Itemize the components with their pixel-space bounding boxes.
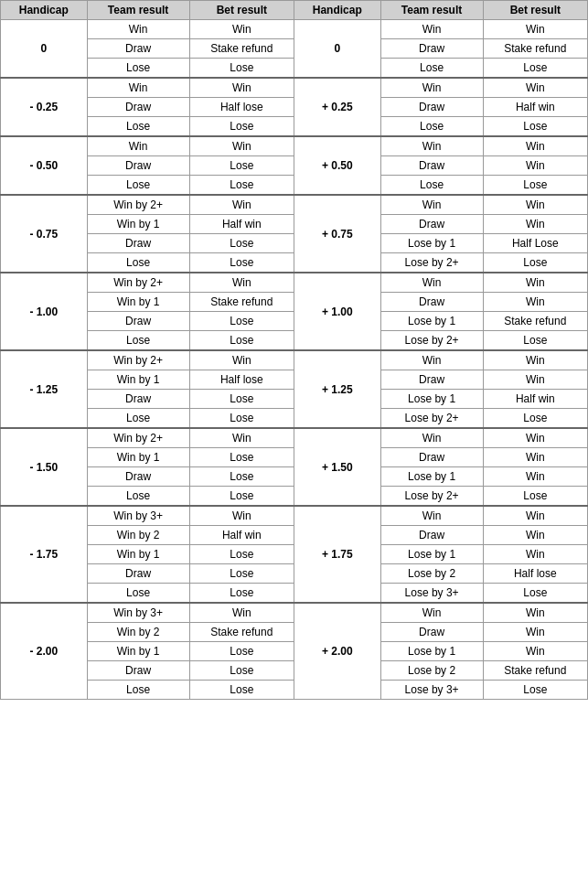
right-team-result: Win <box>380 20 483 39</box>
column-header: Handicap <box>294 1 380 20</box>
left-team-result: Win <box>87 78 189 98</box>
right-handicap: + 0.25 <box>294 78 380 136</box>
right-team-result: Lose <box>380 59 483 79</box>
left-bet-result: Win <box>189 428 294 448</box>
left-team-result: Draw <box>87 390 189 409</box>
left-team-result: Draw <box>87 234 189 253</box>
left-bet-result: Lose <box>189 487 294 507</box>
left-team-result: Lose <box>87 584 189 604</box>
left-handicap: - 2.00 <box>1 603 88 700</box>
right-bet-result: Half lose <box>483 564 587 584</box>
right-bet-result: Stake refund <box>483 39 587 59</box>
right-team-result: Lose by 2 <box>380 564 483 584</box>
right-bet-result: Stake refund <box>483 661 587 681</box>
left-team-result: Draw <box>87 564 189 584</box>
right-handicap: + 1.25 <box>294 350 380 428</box>
left-team-result: Win by 3+ <box>87 506 189 526</box>
left-bet-result: Lose <box>189 467 294 487</box>
left-bet-result: Lose <box>189 312 294 331</box>
right-team-result: Draw <box>380 39 483 59</box>
left-bet-result: Win <box>189 603 294 623</box>
left-team-result: Win by 2+ <box>87 350 189 370</box>
right-bet-result: Lose <box>483 331 587 351</box>
right-bet-result: Win <box>483 136 587 156</box>
right-team-result: Lose <box>380 117 483 137</box>
table-row: - 1.50Win by 2+Win+ 1.50WinWin <box>1 428 588 448</box>
left-team-result: Win by 2 <box>87 526 189 545</box>
left-handicap: 0 <box>1 20 88 79</box>
left-team-result: Win by 1 <box>87 215 189 234</box>
column-header: Team result <box>380 1 483 20</box>
right-team-result: Draw <box>380 156 483 176</box>
right-team-result: Lose by 1 <box>380 467 483 487</box>
left-team-result: Win by 2+ <box>87 195 189 215</box>
left-team-result: Lose <box>87 176 189 196</box>
left-team-result: Win by 2+ <box>87 273 189 293</box>
left-team-result: Draw <box>87 467 189 487</box>
left-bet-result: Win <box>189 136 294 156</box>
right-team-result: Lose <box>380 176 483 196</box>
left-bet-result: Lose <box>189 253 294 273</box>
left-bet-result: Lose <box>189 390 294 409</box>
right-handicap: + 1.00 <box>294 273 380 350</box>
left-team-result: Win by 1 <box>87 448 189 467</box>
right-team-result: Draw <box>380 98 483 117</box>
right-bet-result: Lose <box>483 487 587 507</box>
left-bet-result: Half win <box>189 526 294 545</box>
right-bet-result: Win <box>483 293 587 312</box>
right-team-result: Draw <box>380 526 483 545</box>
left-bet-result: Win <box>189 20 294 39</box>
left-team-result: Win by 1 <box>87 642 189 661</box>
right-bet-result: Win <box>483 467 587 487</box>
right-bet-result: Half win <box>483 390 587 409</box>
right-bet-result: Win <box>483 20 587 39</box>
column-header: Bet result <box>483 1 587 20</box>
right-team-result: Win <box>380 428 483 448</box>
right-team-result: Lose by 1 <box>380 312 483 331</box>
right-team-result: Lose by 3+ <box>380 584 483 604</box>
left-team-result: Win <box>87 20 189 39</box>
left-bet-result: Stake refund <box>189 293 294 312</box>
right-bet-result: Lose <box>483 176 587 196</box>
left-bet-result: Stake refund <box>189 39 294 59</box>
left-handicap: - 1.25 <box>1 350 88 428</box>
right-team-result: Lose by 2 <box>380 661 483 681</box>
left-team-result: Lose <box>87 331 189 351</box>
left-bet-result: Win <box>189 273 294 293</box>
left-bet-result: Lose <box>189 642 294 661</box>
left-team-result: Win by 2 <box>87 623 189 642</box>
right-team-result: Win <box>380 78 483 98</box>
left-bet-result: Lose <box>189 584 294 604</box>
right-handicap: + 0.50 <box>294 136 380 195</box>
right-team-result: Win <box>380 273 483 293</box>
table-row: - 1.75Win by 3+Win+ 1.75WinWin <box>1 506 588 526</box>
right-team-result: Draw <box>380 370 483 390</box>
left-bet-result: Lose <box>189 448 294 467</box>
left-handicap: - 0.50 <box>1 136 88 195</box>
right-bet-result: Half win <box>483 98 587 117</box>
right-bet-result: Stake refund <box>483 312 587 331</box>
handicap-table: HandicapTeam resultBet resultHandicapTea… <box>0 0 588 700</box>
right-handicap: + 1.75 <box>294 506 380 603</box>
right-team-result: Lose by 1 <box>380 642 483 661</box>
left-team-result: Win by 1 <box>87 370 189 390</box>
left-handicap: - 1.50 <box>1 428 88 506</box>
left-team-result: Win <box>87 136 189 156</box>
left-team-result: Draw <box>87 39 189 59</box>
left-bet-result: Lose <box>189 331 294 351</box>
column-header: Team result <box>87 1 189 20</box>
right-bet-result: Win <box>483 78 587 98</box>
table-row: 0WinWin0WinWin <box>1 20 588 39</box>
right-bet-result: Win <box>483 623 587 642</box>
right-bet-result: Win <box>483 156 587 176</box>
left-bet-result: Lose <box>189 59 294 79</box>
column-header: Bet result <box>189 1 294 20</box>
left-bet-result: Lose <box>189 117 294 137</box>
right-handicap: 0 <box>294 20 380 79</box>
table-row: - 2.00Win by 3+Win+ 2.00WinWin <box>1 603 588 623</box>
left-bet-result: Lose <box>189 234 294 253</box>
right-team-result: Draw <box>380 293 483 312</box>
left-handicap: - 0.25 <box>1 78 88 136</box>
right-team-result: Lose by 2+ <box>380 409 483 429</box>
right-bet-result: Win <box>483 428 587 448</box>
